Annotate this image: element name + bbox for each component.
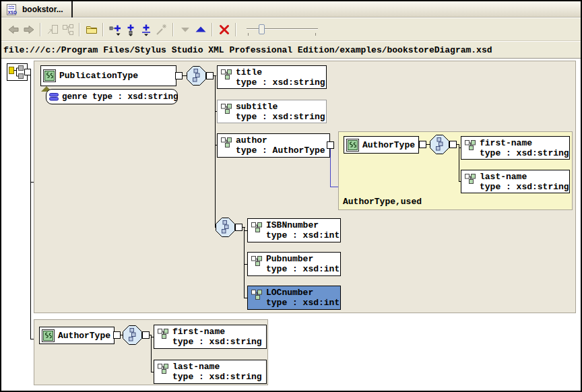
complextype-icon (346, 139, 359, 152)
svg-text:XSD: XSD (8, 9, 18, 14)
element-icon (158, 363, 168, 374)
up-triangle-icon (194, 23, 207, 36)
slider-tick (315, 33, 316, 36)
open-schema-folder-button[interactable] (84, 22, 99, 37)
type-reference-line (330, 187, 338, 187)
delete-button[interactable] (216, 22, 232, 37)
element-box-first-name[interactable]: first-name type : xsd:string (154, 325, 267, 349)
connector-line (151, 335, 152, 372)
magic-wand-button[interactable] (154, 22, 169, 37)
element-box-isbnnumber[interactable]: ISBNnumber type : xsd:int (247, 218, 341, 242)
connector-line (244, 227, 245, 298)
collapse-toggle[interactable] (206, 72, 214, 79)
show-usages-button[interactable] (60, 22, 75, 37)
document-url: file:///c:/Program Files/Stylus Studio X… (3, 45, 492, 55)
expand-all-icon (139, 23, 153, 36)
element-icon (158, 328, 168, 339)
zoom-slider-track[interactable] (247, 28, 318, 30)
complextype-icon (43, 69, 56, 82)
element-icon (221, 137, 232, 148)
slider-tick (248, 33, 249, 36)
element-box-subtitle[interactable]: subtitle type : xsd:string (217, 100, 327, 123)
element-icon (465, 139, 476, 150)
back-arrow-icon (7, 23, 20, 36)
element-icon (221, 103, 232, 114)
toolbar-separator (102, 23, 104, 36)
toolbar-separator (79, 23, 80, 36)
expand-element-button[interactable] (107, 22, 123, 37)
collapse-toggle[interactable] (142, 331, 150, 339)
element-box-locnumber[interactable]: LOCnumber type : xsd:int (247, 286, 341, 310)
expand-all-button[interactable] (138, 22, 154, 37)
element-icon (251, 255, 262, 266)
down-triangle-button[interactable] (177, 22, 193, 37)
location-bar: file:///c:/Program Files/Stylus Studio X… (1, 42, 581, 59)
magic-wand-icon (155, 23, 168, 36)
up-triangle-button[interactable] (193, 22, 208, 37)
folder-icon (85, 23, 98, 36)
goto-definition-button[interactable] (44, 22, 60, 37)
collapse-toggle[interactable] (449, 141, 457, 148)
element-box-last-name[interactable]: last-name type : xsd:string (154, 360, 267, 384)
complextype-box-publicationtype[interactable]: PublicationType (40, 65, 176, 86)
expand-element-icon (108, 23, 122, 36)
element-box-author[interactable]: author type : AuthorType (217, 133, 330, 158)
connector-line (459, 144, 459, 182)
element-icon (221, 69, 232, 79)
forward-button[interactable] (21, 22, 36, 37)
toolbar-separator (40, 23, 41, 36)
connector-line (215, 75, 216, 228)
attribute-icon (49, 92, 59, 102)
toolbar-separator (212, 23, 213, 36)
sequence-compositor-icon[interactable] (123, 325, 142, 345)
attribute-box-genre[interactable]: genre type : xsd:string (46, 89, 178, 104)
xsd-file-icon: XSD (6, 4, 18, 15)
element-box-pubnumber[interactable]: Pubnumber type : xsd:int (247, 252, 341, 276)
connector-line (30, 73, 31, 339)
stylus-studio-window: XSD bookstor... (0, 0, 582, 392)
element-box-title[interactable]: title type : xsd:string (217, 65, 327, 89)
down-triangle-icon (179, 23, 192, 36)
toolbar-separator (235, 23, 236, 36)
diagram-toolbar (1, 18, 581, 41)
element-icon (251, 222, 262, 232)
expand-children-button[interactable] (123, 22, 138, 37)
show-usages-icon (61, 23, 75, 36)
tab-label: bookstor... (22, 5, 63, 14)
element-box-first-name-ref[interactable]: first-name type : xsd:string (461, 136, 570, 160)
tab-bar: XSD bookstor... (1, 1, 581, 18)
element-icon (251, 289, 262, 300)
element-icon (465, 173, 476, 184)
goto-definition-icon (46, 23, 59, 36)
complextype-icon (42, 329, 55, 342)
choice-compositor-icon[interactable] (216, 218, 235, 237)
sequence-compositor-icon[interactable] (430, 135, 449, 154)
expand-children-icon (124, 23, 137, 36)
type-reference-line (330, 149, 331, 187)
diagram-canvas: PublicationType genre type : xsd:string … (1, 59, 581, 391)
tab-bookstore[interactable]: XSD bookstor... (1, 1, 73, 18)
zoom-slider-thumb[interactable] (259, 24, 265, 34)
collapse-toggle[interactable] (175, 72, 183, 79)
toolbar-separator (172, 23, 174, 36)
schema-root-icon[interactable] (7, 63, 31, 81)
collapse-toggle[interactable] (327, 141, 334, 149)
sequence-compositor-icon[interactable] (187, 66, 206, 86)
delete-x-icon (218, 23, 231, 36)
element-box-last-name-ref[interactable]: last-name type : xsd:string (461, 170, 570, 193)
collapse-toggle[interactable] (419, 141, 426, 148)
collapse-toggle[interactable] (113, 331, 121, 339)
collapse-toggle[interactable] (235, 224, 243, 231)
back-button[interactable] (5, 22, 21, 37)
forward-arrow-icon (22, 23, 36, 36)
used-type-caption: AuthorType,used (343, 197, 422, 207)
complextype-box-authortype-ref[interactable]: AuthorType (344, 136, 419, 154)
complextype-box-authortype[interactable]: AuthorType (39, 327, 115, 344)
zoom-slider[interactable] (245, 22, 321, 37)
